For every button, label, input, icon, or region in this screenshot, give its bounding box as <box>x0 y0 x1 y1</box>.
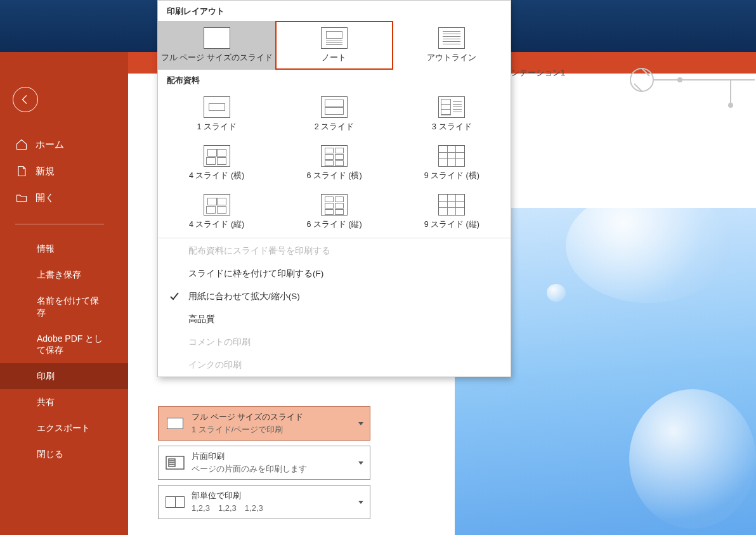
handout-option-label: 4 スライド (縦) <box>160 219 273 230</box>
setting-label: 部単位で印刷 <box>192 490 358 501</box>
handout-option[interactable]: 6 スライド (縦) <box>275 188 393 236</box>
sidebar-item-save[interactable]: 上書き保存 <box>0 262 128 288</box>
layout-option-label: ノート <box>278 53 390 63</box>
dropdown-option-label: 用紙に合わせて拡大/縮小(S) <box>188 292 300 301</box>
setting-sublabel: 1,2,3 1,2,3 1,2,3 <box>192 503 358 514</box>
sidebar-item-saveas[interactable]: 名前を付けて保存 <box>0 288 121 326</box>
notes-icon <box>321 27 348 49</box>
sidebar-item-info[interactable]: 情報 <box>0 236 128 262</box>
document-icon <box>15 165 28 177</box>
sidebar-item-new[interactable]: 新規 <box>0 158 128 184</box>
sidebar-primary-group: ホーム 新規 開く <box>0 131 128 220</box>
folder-open-icon <box>15 191 28 204</box>
print-settings-column: フル ページ サイズのスライド 1 スライド/ページで印刷 片面印刷 ページの片… <box>158 406 370 524</box>
sidebar-item-label: 開く <box>36 192 55 204</box>
chevron-down-icon <box>358 461 363 465</box>
grid9-icon <box>438 145 465 167</box>
handout-option-label: 1 スライド <box>160 122 273 132</box>
layout-option-label: アウトライン <box>396 53 508 63</box>
sidebar-item-save-pdf[interactable]: Adobe PDF として保存 <box>0 326 121 364</box>
handout-option[interactable]: 2 スライド <box>275 90 393 139</box>
outline-icon <box>438 27 465 49</box>
setting-sides[interactable]: 片面印刷 ページの片面のみを印刷します <box>158 446 370 480</box>
svg-point-1 <box>678 78 682 82</box>
sidebar-item-label: 共有 <box>37 396 55 408</box>
grid6-icon <box>321 194 348 216</box>
water-drop-graphic <box>629 389 756 529</box>
sidebar-item-label: 上書き保存 <box>37 269 81 281</box>
backstage-sidebar: ホーム 新規 開く 情報 上書き保存 名前を付けて保存 Adobe PDF とし… <box>0 52 128 535</box>
handout-option[interactable]: 4 スライド (横) <box>158 139 275 188</box>
sidebar-item-label: 名前を付けて保存 <box>37 295 105 319</box>
dropdown-option: コメントの印刷 <box>158 331 511 354</box>
handout-option[interactable]: 9 スライド (横) <box>393 139 511 188</box>
dropdown-option[interactable]: スライドに枠を付けて印刷する(F) <box>158 262 511 285</box>
dropdown-divider <box>158 238 511 238</box>
handout-option[interactable]: 4 スライド (縦) <box>158 188 275 236</box>
svg-point-0 <box>630 68 653 91</box>
s3-icon <box>438 96 465 118</box>
setting-label: 片面印刷 <box>192 451 358 462</box>
document-title-fragment: ンテーション1 <box>511 67 565 79</box>
handout-option-label: 4 スライド (横) <box>160 171 273 181</box>
sidebar-divider <box>15 224 104 224</box>
page-icon <box>204 27 230 49</box>
dropdown-option-label: スライドに枠を付けて印刷する(F) <box>188 269 323 278</box>
chevron-down-icon <box>358 422 363 425</box>
sidebar-item-label: 情報 <box>37 243 55 255</box>
handout-option-label: 3 スライド <box>396 122 508 132</box>
s2-icon <box>321 96 348 118</box>
dropdown-option-label: 高品質 <box>188 314 215 324</box>
layout-option-outline[interactable]: アウトライン <box>393 21 511 70</box>
sidebar-item-export[interactable]: エクスポート <box>0 415 128 441</box>
handout-option[interactable]: 1 スライド <box>158 90 275 139</box>
handout-option[interactable]: 9 スライド (縦) <box>393 188 511 236</box>
sidebar-item-label: 印刷 <box>37 370 55 382</box>
check-icon <box>169 292 179 302</box>
water-drop-graphic <box>547 284 566 302</box>
layout-option-label: フル ページ サイズのスライド <box>160 53 273 63</box>
sidebar-item-share[interactable]: 共有 <box>0 389 128 415</box>
chevron-down-icon <box>358 501 363 504</box>
svg-point-2 <box>729 103 733 107</box>
setting-sublabel: ページの片面のみを印刷します <box>192 463 358 475</box>
dropdown-option-label: インクの印刷 <box>188 360 242 370</box>
sidebar-item-home[interactable]: ホーム <box>0 131 128 158</box>
s1-icon <box>204 96 230 118</box>
decorative-circuit <box>616 55 756 118</box>
grid9-icon <box>438 194 465 216</box>
handout-option-label: 2 スライド <box>278 122 390 132</box>
layout-option-page[interactable]: フル ページ サイズのスライド <box>158 21 275 70</box>
sidebar-item-open[interactable]: 開く <box>0 184 128 211</box>
single-side-icon <box>164 454 186 471</box>
handout-option[interactable]: 3 スライド <box>393 90 511 139</box>
print-layout-dropdown: 印刷レイアウト フル ページ サイズのスライドノートアウトライン 配布資料 1 … <box>157 0 511 377</box>
dropdown-option[interactable]: 高品質 <box>158 308 511 331</box>
home-icon <box>15 138 28 151</box>
handout-option[interactable]: 6 スライド (横) <box>275 139 393 188</box>
sidebar-item-close[interactable]: 閉じる <box>0 441 128 467</box>
setting-collate[interactable]: 部単位で印刷 1,2,3 1,2,3 1,2,3 <box>158 485 370 519</box>
dropdown-option-label: 配布資料にスライド番号を印刷する <box>188 246 330 255</box>
grid4-icon <box>204 145 230 167</box>
setting-label: フル ページ サイズのスライド <box>192 411 358 423</box>
dropdown-section-title: 配布資料 <box>158 70 511 90</box>
dropdown-option[interactable]: 用紙に合わせて拡大/縮小(S) <box>158 285 511 308</box>
handout-option-label: 9 スライド (縦) <box>396 219 508 230</box>
page-icon <box>164 415 186 432</box>
handout-option-label: 6 スライド (横) <box>278 171 390 181</box>
sidebar-item-label: Adobe PDF として保存 <box>37 333 105 357</box>
sidebar-secondary-group: 情報 上書き保存 名前を付けて保存 Adobe PDF として保存 印刷 共有 … <box>0 236 128 467</box>
setting-layout[interactable]: フル ページ サイズのスライド 1 スライド/ページで印刷 <box>158 406 370 441</box>
grid4-icon <box>204 194 230 216</box>
sidebar-item-print[interactable]: 印刷 <box>0 363 128 389</box>
layout-option-notes[interactable]: ノート <box>275 21 393 70</box>
setting-sublabel: 1 スライド/ページで印刷 <box>192 424 358 435</box>
back-button[interactable] <box>13 87 38 112</box>
dropdown-option: 配布資料にスライド番号を印刷する <box>158 240 511 262</box>
dropdown-option-label: コメントの印刷 <box>188 337 251 347</box>
collate-icon <box>164 494 186 510</box>
dropdown-option: インクの印刷 <box>158 354 511 377</box>
water-drop-graphic <box>566 208 731 303</box>
sidebar-item-label: 閉じる <box>37 448 63 460</box>
